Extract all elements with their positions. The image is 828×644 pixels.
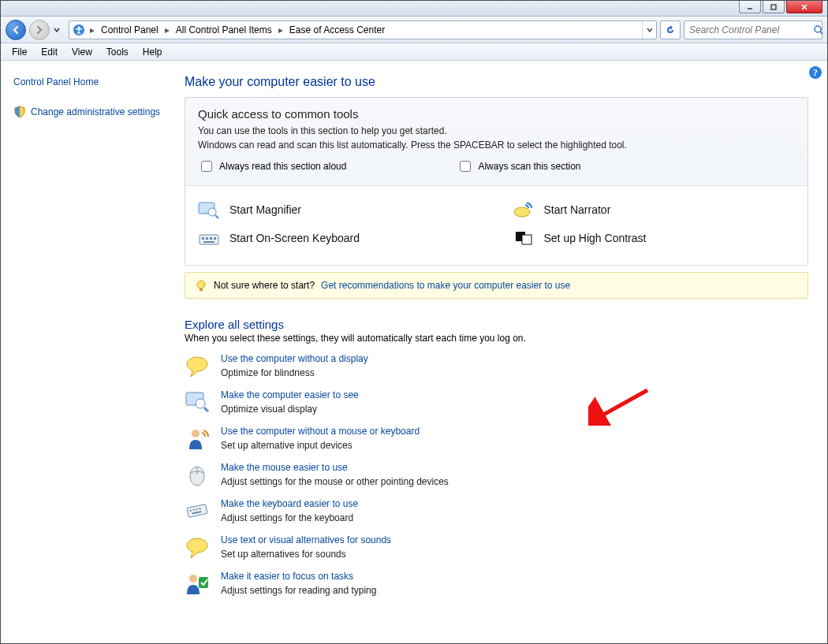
page-title: Make your computer easier to use	[185, 75, 808, 89]
quick-access-heading: Quick access to common tools	[198, 107, 795, 121]
setting-focus-tasks: Make it easier to focus on tasks Adjust …	[185, 571, 808, 596]
nav-forward-button[interactable]	[29, 20, 50, 40]
svg-rect-14	[206, 237, 208, 240]
menu-bar: File Edit View Tools Help	[1, 43, 827, 61]
content-area: ? Make your computer easier to use Quick…	[170, 61, 827, 643]
nav-back-button[interactable]	[6, 20, 26, 40]
address-bar-row: ▸ Control Panel ▸ All Control Panel Item…	[1, 17, 827, 43]
svg-rect-15	[210, 237, 212, 240]
breadcrumb-segment-2[interactable]: Ease of Access Center	[285, 21, 390, 39]
keyboard-icon	[198, 229, 220, 248]
hint-lead: Not sure where to start?	[214, 280, 315, 291]
svg-point-26	[192, 430, 200, 437]
setting-mouse-easier-desc: Adjust settings for the mouse or other p…	[221, 476, 449, 487]
setting-mouse-easier-link[interactable]: Make the mouse easier to use	[221, 462, 449, 473]
setting-sound-alternatives-link[interactable]: Use text or visual alternatives for soun…	[221, 534, 391, 545]
ease-of-access-icon	[73, 24, 85, 36]
chk-scan[interactable]: Always scan this section	[457, 158, 580, 174]
tool-start-osk[interactable]: Start On-Screen Keyboard	[198, 229, 481, 248]
address-bar[interactable]: ▸ Control Panel ▸ All Control Panel Item…	[69, 20, 657, 39]
setting-keyboard-easier-link[interactable]: Make the keyboard easier to use	[221, 498, 358, 509]
setting-mouse-easier: Make the mouse easier to use Adjust sett…	[185, 462, 808, 487]
tool-high-contrast[interactable]: Set up High Contrast	[513, 229, 796, 248]
address-dropdown-icon[interactable]	[642, 21, 656, 39]
narrator-icon	[513, 200, 535, 219]
lightbulb-icon	[195, 279, 207, 292]
setting-no-mouse-keyboard-link[interactable]: Use the computer without a mouse or keyb…	[221, 426, 420, 437]
setting-no-display-link[interactable]: Use the computer without a display	[221, 353, 368, 364]
help-icon[interactable]: ?	[808, 65, 822, 80]
menu-file[interactable]: File	[6, 45, 33, 59]
setting-keyboard-easier-desc: Adjust settings for the keyboard	[221, 512, 358, 523]
hint-link[interactable]: Get recommendations to make your compute…	[321, 280, 570, 291]
setting-no-mouse-keyboard-desc: Set up alternative input devices	[221, 440, 420, 451]
svg-rect-30	[190, 510, 192, 512]
high-contrast-icon	[513, 229, 535, 248]
svg-rect-17	[203, 241, 214, 243]
setting-easier-to-see-link[interactable]: Make the computer easier to see	[221, 389, 359, 400]
settings-list: Use the computer without a display Optim…	[185, 353, 808, 596]
svg-rect-31	[192, 509, 194, 511]
svg-rect-19	[522, 235, 531, 244]
svg-rect-13	[202, 237, 204, 240]
setting-focus-tasks-desc: Adjust settings for reading and typing	[221, 585, 376, 596]
svg-point-24	[196, 399, 205, 408]
chk-read-aloud[interactable]: Always read this section aloud	[198, 158, 346, 174]
person-speech-icon	[185, 426, 210, 451]
breadcrumb-segment-0[interactable]: Control Panel	[96, 21, 163, 39]
setting-keyboard-easier: Make the keyboard easier to use Adjust s…	[185, 498, 808, 523]
menu-view[interactable]: View	[65, 45, 99, 59]
setting-sound-alternatives: Use text or visual alternatives for soun…	[185, 534, 808, 560]
setting-no-display-desc: Optimize for blindness	[221, 367, 368, 378]
sidebar-control-panel-home[interactable]: Control Panel Home	[13, 72, 162, 92]
svg-rect-37	[199, 577, 208, 588]
mouse-icon	[185, 462, 210, 487]
speech-bubble-alt-icon	[185, 534, 210, 560]
shield-icon	[13, 106, 26, 118]
magnifier-icon	[198, 200, 220, 219]
setting-no-display: Use the computer without a display Optim…	[185, 353, 808, 378]
svg-text:?: ?	[813, 67, 818, 78]
tool-start-narrator[interactable]: Start Narrator	[513, 200, 796, 219]
speech-bubble-icon	[185, 353, 210, 378]
search-icon[interactable]	[813, 24, 824, 35]
svg-rect-21	[200, 288, 203, 291]
quick-access-line1: You can use the tools in this section to…	[198, 125, 795, 136]
svg-point-9	[208, 208, 216, 216]
chk-read-aloud-box[interactable]	[201, 161, 212, 172]
sidebar-change-admin-settings[interactable]: Change administrative settings	[31, 102, 160, 122]
minimize-button[interactable]	[739, 1, 761, 13]
svg-rect-32	[196, 508, 197, 510]
svg-rect-1	[771, 5, 776, 9]
svg-point-36	[189, 575, 197, 583]
breadcrumb-segment-1[interactable]: All Control Panel Items	[171, 21, 277, 39]
svg-point-3	[77, 26, 80, 28]
svg-line-10	[215, 215, 218, 218]
refresh-button[interactable]	[660, 20, 681, 39]
person-checklist-icon	[185, 571, 210, 596]
svg-point-22	[187, 357, 207, 371]
svg-rect-33	[199, 508, 200, 509]
menu-help[interactable]: Help	[136, 45, 169, 59]
search-box[interactable]	[684, 20, 822, 39]
control-panel-window: ▸ Control Panel ▸ All Control Panel Item…	[0, 0, 828, 644]
setting-focus-tasks-link[interactable]: Make it easier to focus on tasks	[221, 571, 376, 582]
keyboard-tilted-icon	[185, 498, 210, 523]
setting-easier-to-see: Make the computer easier to see Optimize…	[185, 389, 808, 415]
nav-history-dropdown-icon[interactable]	[53, 24, 61, 35]
tool-start-magnifier[interactable]: Start Magnifier	[198, 200, 481, 219]
svg-point-4	[815, 26, 821, 32]
close-button[interactable]	[786, 1, 822, 13]
recommendations-bar: Not sure where to start? Get recommendat…	[185, 272, 808, 299]
chk-scan-box[interactable]	[460, 161, 471, 172]
quick-access-panel: Quick access to common tools You can use…	[185, 97, 808, 266]
svg-line-25	[204, 408, 208, 411]
search-input[interactable]	[684, 24, 813, 35]
window-titlebar	[1, 1, 827, 17]
maximize-button[interactable]	[763, 1, 785, 13]
menu-tools[interactable]: Tools	[100, 45, 135, 59]
quick-access-line2: Windows can read and scan this list auto…	[198, 140, 795, 151]
magnifier-screen-icon	[185, 389, 210, 415]
menu-edit[interactable]: Edit	[35, 45, 64, 59]
setting-sound-alternatives-desc: Set up alternatives for sounds	[221, 549, 391, 560]
